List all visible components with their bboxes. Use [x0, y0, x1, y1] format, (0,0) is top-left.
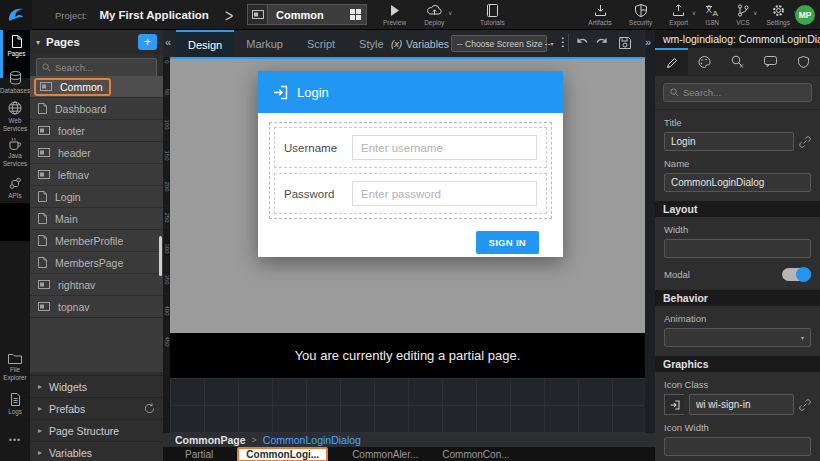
- toggle-knob: [796, 267, 811, 282]
- username-row[interactable]: Username: [274, 127, 547, 168]
- page-item-login[interactable]: Login: [30, 186, 163, 208]
- username-input[interactable]: [352, 135, 537, 160]
- page-item-footer[interactable]: footer: [30, 120, 163, 142]
- icon-class-preview[interactable]: [664, 394, 684, 415]
- page-selector-dropdown[interactable]: Common: [247, 4, 367, 25]
- collapse-panel-button[interactable]: «: [165, 36, 171, 48]
- tutorials-button[interactable]: Tutorials: [480, 4, 505, 26]
- screen-size-select[interactable]: -- Choose Screen Size -- ▾: [451, 35, 547, 52]
- save-button[interactable]: [618, 36, 632, 50]
- tab-script[interactable]: Script: [295, 30, 347, 57]
- rail-item-web-services[interactable]: Web Services: [0, 96, 30, 133]
- width-input[interactable]: [664, 239, 811, 258]
- logo-bird-icon: [6, 5, 26, 25]
- design-canvas[interactable]: Login Username Password SIG: [170, 57, 645, 333]
- chevron-down-icon: ∨: [448, 9, 452, 16]
- page-item-label: MemberProfile: [55, 235, 123, 247]
- section-prefabs[interactable]: ▸ Prefabs: [30, 397, 163, 419]
- section-page-structure[interactable]: ▸ Page Structure: [30, 419, 163, 441]
- rail-label: Logs: [8, 408, 22, 416]
- expand-panel-button[interactable]: »: [645, 36, 651, 48]
- username-label: Username: [284, 142, 352, 154]
- tab-properties[interactable]: [655, 48, 688, 75]
- section-variables[interactable]: ▸ Variables: [30, 441, 163, 461]
- preview-button[interactable]: Preview: [383, 4, 406, 26]
- password-input[interactable]: [352, 181, 537, 206]
- name-input[interactable]: [664, 173, 811, 192]
- tab-markup[interactable]: Markup: [234, 30, 295, 57]
- tab-commonconfirmdialog[interactable]: CommonCon...: [442, 449, 509, 460]
- tab-inspector[interactable]: [721, 48, 754, 75]
- page-item-rightnav[interactable]: rightnav: [30, 274, 163, 296]
- add-page-button[interactable]: +: [138, 34, 157, 50]
- sign-in-button[interactable]: SIGN IN: [476, 231, 539, 254]
- i18n-button[interactable]: A I18N: [705, 4, 719, 26]
- tutorials-label: Tutorials: [480, 19, 505, 26]
- api-nodes-icon: [9, 177, 22, 190]
- pages-search-input[interactable]: [55, 62, 151, 73]
- rail-item-file-explorer[interactable]: File Explorer: [0, 348, 30, 382]
- login-dialog[interactable]: Login Username Password SIG: [258, 71, 563, 257]
- properties-search-input[interactable]: [683, 87, 805, 98]
- section-widgets[interactable]: ▸ Widgets: [30, 375, 163, 397]
- page-item-main[interactable]: Main: [30, 208, 163, 230]
- settings-button[interactable]: Settings ∨: [767, 4, 791, 26]
- undo-button[interactable]: [575, 36, 589, 49]
- page-item-leftnav[interactable]: leftnav: [30, 164, 163, 186]
- tab-commonlogindialog[interactable]: CommonLogi...: [237, 447, 328, 461]
- variables-button[interactable]: (x) Variables ∨: [391, 30, 457, 57]
- rail-item-databases[interactable]: Databases: [0, 66, 30, 95]
- logs-icon: [10, 393, 21, 406]
- properties-search[interactable]: [663, 83, 812, 102]
- artifacts-label: Artifacts: [588, 19, 611, 26]
- modal-toggle[interactable]: [782, 268, 811, 281]
- wavemaker-logo-icon[interactable]: [0, 0, 32, 30]
- page-item-common[interactable]: Common: [30, 76, 163, 98]
- deploy-button[interactable]: Deploy ∨: [424, 4, 444, 26]
- refresh-icon[interactable]: [144, 403, 155, 414]
- vcs-button[interactable]: VCS ∨: [736, 4, 749, 26]
- bind-icon[interactable]: [799, 136, 811, 148]
- dialog-header[interactable]: Login: [258, 71, 563, 113]
- artifacts-button[interactable]: Artifacts: [588, 4, 611, 26]
- user-avatar[interactable]: MP: [795, 5, 815, 25]
- tab-design[interactable]: Design: [176, 30, 234, 57]
- tab-security[interactable]: [787, 48, 820, 75]
- rail-more-button[interactable]: •••: [0, 435, 30, 445]
- breadcrumb-commonpage[interactable]: CommonPage: [175, 434, 246, 446]
- rail-label: Web Services: [0, 117, 30, 133]
- page-item-memberspage[interactable]: MembersPage: [30, 252, 163, 274]
- upload-tray-icon: [672, 4, 685, 17]
- export-button[interactable]: Export ∨: [669, 4, 688, 26]
- pages-list-scrollbar[interactable]: [159, 236, 162, 276]
- redo-button[interactable]: [595, 36, 609, 49]
- rail-label: File Explorer: [0, 366, 30, 382]
- rail-item-apis[interactable]: APIs: [0, 172, 30, 200]
- dialog-footer: SIGN IN: [269, 219, 552, 254]
- section-label: Page Structure: [49, 425, 155, 437]
- database-icon: [9, 71, 22, 85]
- form-container[interactable]: Username Password: [269, 122, 552, 219]
- page-item-dashboard[interactable]: Dashboard: [30, 98, 163, 120]
- security-button[interactable]: Security: [629, 4, 652, 26]
- password-row[interactable]: Password: [274, 173, 547, 214]
- page-item-memberprofile[interactable]: MemberProfile: [30, 230, 163, 252]
- page-item-topnav[interactable]: topnav: [30, 296, 163, 318]
- tab-messages[interactable]: [754, 48, 787, 75]
- animation-select[interactable]: ▾: [664, 328, 811, 347]
- title-input[interactable]: [664, 132, 794, 151]
- tab-style[interactable]: Style: [347, 30, 395, 57]
- tab-partial[interactable]: Partial: [185, 449, 213, 460]
- pages-panel-header[interactable]: ▾ Pages +: [30, 30, 163, 54]
- rail-item-java-services[interactable]: Java Services: [0, 132, 30, 168]
- icon-class-input[interactable]: [689, 394, 794, 415]
- breadcrumb-commonlogindialog[interactable]: CommonLoginDialog: [263, 434, 361, 446]
- tab-commonalertdialog[interactable]: CommonAler...: [352, 449, 418, 460]
- rail-item-logs[interactable]: Logs: [0, 388, 30, 416]
- tab-styles[interactable]: [688, 48, 721, 75]
- bind-icon[interactable]: [799, 399, 811, 411]
- ruler-tick: 350: [164, 275, 170, 282]
- icon-width-input[interactable]: [664, 437, 811, 456]
- grid-view-icon[interactable]: [350, 9, 361, 20]
- page-item-header[interactable]: header: [30, 142, 163, 164]
